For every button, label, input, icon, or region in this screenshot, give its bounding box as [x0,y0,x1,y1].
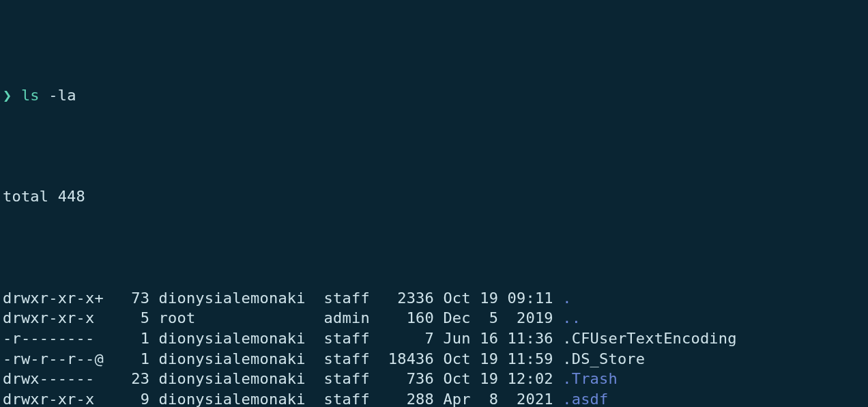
terminal-window[interactable]: ❯ ls -la total 448 drwxr-xr-x+ 73 dionys… [0,0,868,407]
permissions: -rw-r--r--@ [3,350,104,367]
time: 11:36 [508,330,553,347]
group: staff [324,370,370,387]
owner: dionysialemonaki [159,330,306,347]
link-count: 73 [113,290,149,307]
link-count: 1 [113,350,149,367]
owner: dionysialemonaki [159,391,306,407]
day: 16 [480,330,498,347]
folder-icon: . [562,290,571,307]
day: 5 [480,309,498,326]
file-size: 288 [379,391,434,407]
permissions: drwx------ [3,370,104,387]
permissions: drwxr-xr-x [3,309,104,326]
link-count: 1 [113,330,149,347]
day: 8 [480,391,498,407]
owner: root [159,309,306,326]
file-size: 160 [379,309,434,326]
time: 2019 [508,309,553,326]
file-size: 736 [379,370,434,387]
permissions: -r-------- [3,330,104,347]
total-header: total 448 [3,186,865,207]
file-name: .DS_Store [562,350,645,367]
file-size: 7 [379,330,434,347]
link-count: 5 [113,309,149,326]
folder-icon: .Trash [562,370,618,387]
group: admin [324,309,370,326]
folder-icon: .asdf [562,391,608,407]
month: Apr [443,391,470,407]
permissions: drwxr-xr-x+ [3,290,104,307]
command-args: -la [48,87,76,104]
day: 19 [480,290,498,307]
list-item: -r-------- 1 dionysialemonaki staff 7 Ju… [3,328,865,349]
permissions: drwxr-xr-x [3,391,104,407]
list-item: drwxr-xr-x 5 root admin 160 Dec 5 2019 .… [3,308,865,328]
month: Jun [443,330,470,347]
month: Oct [443,290,470,307]
day: 19 [480,350,498,367]
owner: dionysialemonaki [159,350,306,367]
time: 11:59 [508,350,553,367]
day: 19 [480,370,498,387]
file-size: 2336 [379,290,434,307]
prompt-line[interactable]: ❯ ls -la [3,85,865,106]
list-item: drwxr-xr-x+ 73 dionysialemonaki staff 23… [3,288,865,309]
file-listing: drwxr-xr-x+ 73 dionysialemonaki staff 23… [3,288,865,407]
month: Oct [443,370,470,387]
group: staff [324,391,370,407]
owner: dionysialemonaki [159,370,306,387]
owner: dionysialemonaki [159,290,306,307]
time: 09:11 [508,290,553,307]
file-name: .CFUserTextEncoding [562,330,736,347]
folder-icon: .. [562,309,581,326]
month: Dec [443,309,470,326]
file-size: 18436 [379,350,434,367]
command-name: ls [21,87,40,104]
list-item: drwxr-xr-x 9 dionysialemonaki staff 288 … [3,389,865,407]
group: staff [324,330,370,347]
list-item: drwx------ 23 dionysialemonaki staff 736… [3,369,865,389]
list-item: -rw-r--r--@ 1 dionysialemonaki staff 184… [3,349,865,369]
month: Oct [443,350,470,367]
link-count: 9 [113,391,149,407]
group: staff [324,350,370,367]
prompt-caret-icon: ❯ [3,87,12,104]
group: staff [324,290,370,307]
time: 12:02 [508,370,553,387]
link-count: 23 [113,370,149,387]
time: 2021 [508,391,553,407]
